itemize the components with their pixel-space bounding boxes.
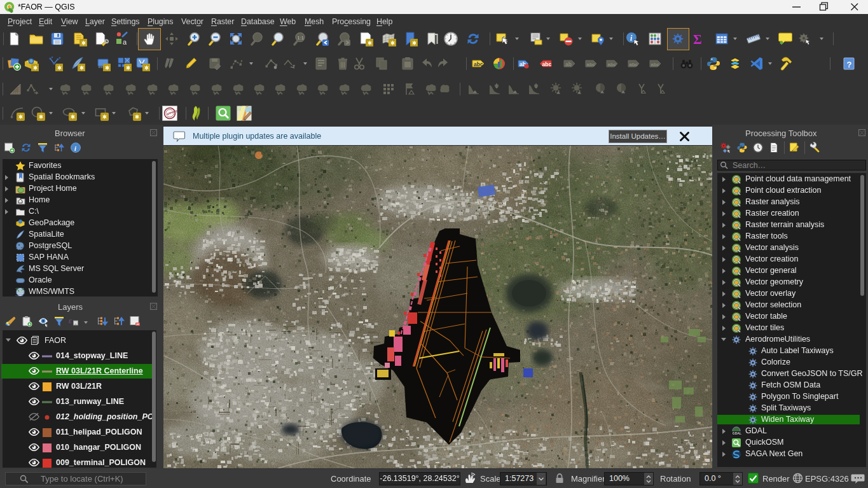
svg-text:abc: abc xyxy=(651,62,660,67)
svg-text:abc: abc xyxy=(542,61,552,67)
svg-text:1:1: 1:1 xyxy=(298,35,304,41)
svg-text:abc: abc xyxy=(630,62,638,67)
svg-text:abc: abc xyxy=(587,62,596,67)
svg-text:Σ: Σ xyxy=(693,32,702,46)
svg-text:abc: abc xyxy=(608,62,617,67)
svg-text:?: ? xyxy=(847,60,852,69)
svg-text:ab: ab xyxy=(565,61,572,67)
svg-text:a: a xyxy=(123,38,127,46)
svg-text:GDAL: GDAL xyxy=(733,431,741,435)
svg-text:ε: ε xyxy=(69,316,72,325)
svg-text:abc: abc xyxy=(474,61,483,67)
